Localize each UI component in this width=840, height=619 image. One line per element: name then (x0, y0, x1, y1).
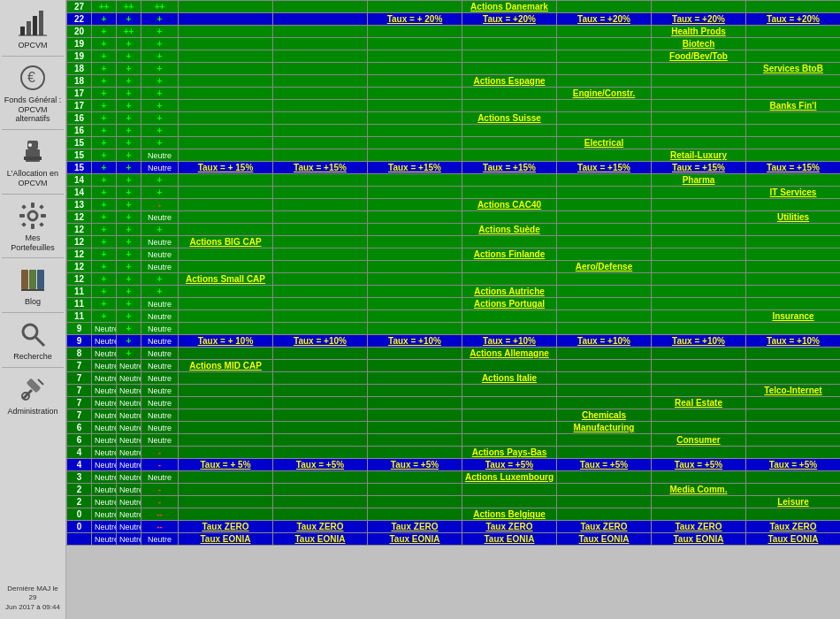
cell-data[interactable]: Food/Bev/Tob (652, 50, 746, 63)
cell-data[interactable]: Actions Allemagne (462, 348, 557, 360)
cell-data[interactable]: Biotech (652, 38, 746, 50)
cell-data[interactable]: Aero/Defense (557, 261, 652, 273)
cell-data[interactable]: Taux = +10% (368, 335, 462, 348)
cell-data[interactable]: Taux = +15% (557, 162, 652, 174)
sidebar-item-opcvm[interactable]: OPCVM (2, 4, 64, 54)
cell-data[interactable]: Actions Espagne (462, 75, 557, 88)
cell-data[interactable]: Actions Luxembourg (462, 471, 557, 484)
sidebar-item-allocation-label: L'Allocation en OPCVM (4, 169, 62, 188)
cell-data (179, 496, 273, 508)
sidebar-item-blog[interactable]: Blog (2, 260, 64, 310)
cell-data[interactable]: Taux ZERO (557, 521, 652, 533)
cell-data[interactable]: Taux EONIA (557, 533, 652, 546)
cell-data[interactable]: Taux = +5% (746, 459, 841, 471)
cell-data[interactable]: Actions Danemark (462, 1, 557, 13)
cell-data[interactable]: Retail-Luxury (652, 149, 746, 162)
cell-data[interactable]: Chemicals (557, 409, 652, 422)
cell-data[interactable]: Actions Small CAP (179, 273, 273, 286)
cell-data[interactable]: Utilities (746, 211, 841, 224)
cell-data[interactable]: Taux EONIA (746, 533, 841, 546)
cell-data[interactable]: Actions Pays-Bas (462, 447, 557, 459)
cell-data[interactable]: Taux ZERO (368, 521, 462, 533)
cell-data[interactable]: Taux = + 5% (179, 459, 273, 471)
cell-data[interactable]: Actions Finlande (462, 248, 557, 261)
cell-data[interactable]: Taux = +10% (557, 335, 652, 348)
cell-data (557, 100, 652, 112)
cell-data[interactable]: Taux ZERO (462, 521, 557, 533)
cell-data[interactable]: Taux = + 10% (179, 335, 273, 348)
cell-data (368, 360, 462, 372)
cell-signal: Neutre (92, 459, 117, 471)
sidebar-item-recherche[interactable]: Recherche (2, 315, 64, 365)
cell-data[interactable]: Taux = +20% (746, 13, 841, 26)
cell-data[interactable]: Manufacturing (557, 422, 652, 434)
cell-data[interactable]: Actions Belgique (462, 508, 557, 521)
cell-data[interactable]: Taux = +15% (273, 162, 368, 174)
cell-data[interactable]: Taux = +15% (462, 162, 557, 174)
cell-data[interactable]: Actions Autriche (462, 286, 557, 298)
cell-data[interactable]: Actions Portugal (462, 298, 557, 310)
cell-data[interactable]: IT Services (746, 187, 841, 199)
cell-data[interactable]: Actions MID CAP (179, 360, 273, 372)
cell-data (652, 471, 746, 484)
cell-data[interactable]: Taux = +15% (652, 162, 746, 174)
cell-data[interactable]: Taux ZERO (179, 521, 273, 533)
cell-signal: + (141, 112, 179, 125)
cell-data[interactable]: Taux EONIA (652, 533, 746, 546)
cell-data[interactable]: Taux ZERO (652, 521, 746, 533)
cell-data[interactable]: Telco-Internet (746, 385, 841, 397)
cell-data[interactable]: Taux = +10% (273, 335, 368, 348)
cell-data (462, 323, 557, 335)
cell-data[interactable]: Leisure (746, 496, 841, 508)
cell-data[interactable]: Actions Suisse (462, 112, 557, 125)
cell-data[interactable]: Taux = +5% (557, 459, 652, 471)
cell-data[interactable]: Taux EONIA (368, 533, 462, 546)
cell-signal: + (141, 125, 179, 137)
sidebar-item-allocation[interactable]: L'Allocation en OPCVM (2, 132, 64, 192)
cell-data[interactable]: Taux = +15% (746, 162, 841, 174)
cell-data[interactable]: Taux = + 20% (368, 13, 462, 26)
cell-data[interactable]: Taux ZERO (273, 521, 368, 533)
cell-data[interactable]: Consumer (652, 434, 746, 447)
cell-data[interactable]: Taux = +10% (652, 335, 746, 348)
cell-data (179, 199, 273, 211)
cell-data (368, 496, 462, 508)
cell-data[interactable]: Taux = +15% (368, 162, 462, 174)
cell-data[interactable]: Actions CAC40 (462, 199, 557, 211)
sidebar-item-fonds[interactable]: € Fonds Général : OPCVM alternatifs (2, 58, 64, 127)
cell-signal: Neutre (141, 471, 179, 484)
cell-data[interactable]: Taux = +10% (746, 335, 841, 348)
cell-data[interactable]: Taux ZERO (746, 521, 841, 533)
cell-data[interactable]: Taux = +5% (462, 459, 557, 471)
cell-data[interactable]: Pharma (652, 174, 746, 187)
cell-data[interactable]: Taux = +5% (368, 459, 462, 471)
cell-data[interactable]: Health Prods (652, 26, 746, 38)
cell-data[interactable]: Taux = +20% (557, 13, 652, 26)
cell-data[interactable]: Real Estate (652, 397, 746, 409)
cell-data[interactable]: Media Comm. (652, 484, 746, 496)
cell-data[interactable]: Taux = +20% (652, 13, 746, 26)
cell-data[interactable]: Taux = +5% (652, 459, 746, 471)
cell-data[interactable]: Actions Italie (462, 372, 557, 385)
cell-data[interactable]: Banks Fin'l (746, 100, 841, 112)
cell-data[interactable]: Taux EONIA (462, 533, 557, 546)
cell-score: 13 (67, 199, 92, 211)
sidebar-item-portefeuilles[interactable]: Mes Portefeuilles (2, 196, 64, 256)
cell-data[interactable]: Actions Suède (462, 224, 557, 236)
cell-data[interactable]: Taux EONIA (273, 533, 368, 546)
cell-data[interactable]: Engine/Constr. (557, 88, 652, 100)
cell-data[interactable]: Services BtoB (746, 63, 841, 75)
cell-data[interactable]: Taux = +5% (273, 459, 368, 471)
cell-data (557, 63, 652, 75)
cell-score: 19 (67, 38, 92, 50)
sidebar-item-administration[interactable]: Administration (2, 370, 64, 420)
cell-data[interactable]: Actions BIG CAP (179, 236, 273, 248)
cell-data[interactable]: Taux EONIA (179, 533, 273, 546)
cell-score: 0 (67, 508, 92, 521)
cell-data[interactable]: Electrical (557, 137, 652, 149)
cell-data[interactable]: Taux = + 15% (179, 162, 273, 174)
cell-data[interactable]: Insurance (746, 310, 841, 323)
cell-data[interactable]: Taux = +10% (462, 335, 557, 348)
cell-signal: + (141, 100, 179, 112)
cell-data[interactable]: Taux = +20% (462, 13, 557, 26)
